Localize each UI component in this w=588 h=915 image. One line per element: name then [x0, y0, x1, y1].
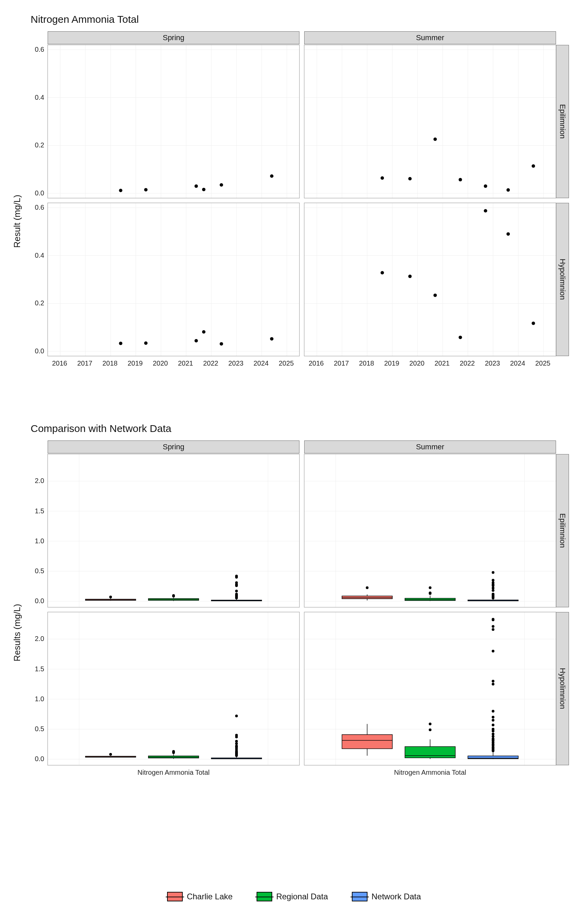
svg-point-18 — [202, 188, 205, 191]
legend-item-regional: Regional Data — [257, 892, 328, 901]
x-tick: 2025 — [535, 359, 551, 367]
svg-point-133 — [366, 586, 368, 589]
svg-point-233 — [492, 735, 494, 738]
y-tick: 0.0 — [31, 597, 44, 605]
y-tick: 1.0 — [31, 695, 44, 703]
svg-point-222 — [492, 628, 494, 631]
svg-point-231 — [492, 729, 494, 732]
x-tick: 2023 — [485, 359, 500, 367]
svg-point-226 — [492, 710, 494, 713]
y-tick: 2.0 — [31, 477, 44, 485]
y-tick: 0.6 — [31, 204, 44, 212]
x-tick: 2019 — [384, 359, 399, 367]
row-strip: Hypolimnion — [556, 203, 569, 356]
svg-point-223 — [492, 650, 494, 653]
svg-point-146 — [492, 579, 494, 582]
panel — [48, 454, 299, 607]
y-tick: 0.5 — [31, 567, 44, 575]
col-strip: Spring — [48, 31, 299, 44]
legend-item-network: Network Data — [352, 892, 421, 901]
svg-point-243 — [492, 750, 494, 752]
panel — [304, 454, 556, 607]
chart2-title: Comparison with Network Data — [31, 423, 571, 434]
x-tick: 2022 — [203, 359, 218, 367]
row-strip: Epilimnion — [556, 45, 569, 198]
legend-label: Charlie Lake — [187, 892, 233, 901]
svg-rect-211 — [405, 747, 455, 758]
x-tick: 2019 — [128, 359, 143, 367]
y-tick: 0.2 — [31, 299, 44, 307]
svg-point-225 — [492, 683, 494, 685]
x-cat: Nitrogen Ammonia Total — [386, 769, 474, 776]
svg-point-58 — [119, 342, 123, 345]
x-tick: 2018 — [359, 359, 374, 367]
y-tick: 1.0 — [31, 537, 44, 545]
y-tick: 0.5 — [31, 725, 44, 733]
svg-point-80 — [408, 275, 412, 278]
y-tick: 1.5 — [31, 665, 44, 673]
svg-point-82 — [459, 336, 462, 339]
chart1-title: Nitrogen Ammonia Total — [31, 14, 571, 25]
y-tick: 2.0 — [31, 635, 44, 643]
svg-point-39 — [459, 178, 462, 181]
svg-point-62 — [220, 342, 223, 346]
svg-point-16 — [144, 188, 148, 191]
svg-point-98 — [109, 596, 112, 598]
svg-point-111 — [235, 581, 238, 584]
x-tick: 2017 — [334, 359, 349, 367]
panel — [304, 612, 556, 765]
panel — [48, 203, 299, 356]
x-cat: Nitrogen Ammonia Total — [129, 769, 218, 776]
chart1-ylabel: Result (mg/L) — [12, 195, 23, 248]
svg-point-60 — [195, 339, 198, 343]
svg-point-36 — [380, 176, 384, 180]
svg-point-41 — [506, 188, 510, 192]
x-tick: 2023 — [228, 359, 244, 367]
svg-point-138 — [429, 586, 431, 589]
svg-point-37 — [408, 177, 412, 180]
x-tick: 2016 — [309, 359, 324, 367]
svg-point-40 — [484, 184, 487, 188]
svg-point-186 — [235, 742, 238, 745]
svg-rect-131 — [342, 596, 393, 599]
svg-point-120 — [235, 597, 238, 600]
panel — [48, 612, 299, 765]
legend: Charlie Lake Regional Data Network Data — [0, 892, 588, 901]
x-tick: 2020 — [409, 359, 425, 367]
row-strip: Hypolimnion — [556, 612, 569, 765]
svg-point-42 — [531, 165, 535, 168]
chart2-grid: Results (mg/L) SpringSummerEpilimnionHyp… — [17, 440, 571, 815]
svg-point-196 — [235, 754, 238, 757]
panel — [304, 45, 556, 198]
svg-point-149 — [492, 584, 494, 587]
svg-point-145 — [492, 571, 494, 574]
x-tick: 2021 — [178, 359, 193, 367]
svg-point-213 — [429, 723, 431, 726]
svg-point-104 — [172, 595, 175, 597]
svg-point-114 — [235, 590, 238, 592]
svg-point-158 — [492, 597, 494, 600]
svg-point-140 — [429, 592, 431, 595]
svg-point-151 — [492, 589, 494, 592]
x-tick: 2020 — [153, 359, 168, 367]
x-tick: 2024 — [510, 359, 525, 367]
svg-point-184 — [235, 736, 238, 738]
legend-item-charlie: Charlie Lake — [167, 892, 233, 901]
charts-page: Nitrogen Ammonia Total Result (mg/L) Spr… — [0, 0, 588, 915]
svg-point-59 — [144, 341, 148, 345]
x-tick: 2022 — [460, 359, 475, 367]
svg-point-150 — [492, 587, 494, 590]
panel — [48, 45, 299, 198]
svg-point-227 — [492, 716, 494, 719]
svg-point-79 — [380, 271, 384, 274]
svg-point-228 — [492, 719, 494, 722]
col-strip: Summer — [304, 31, 556, 44]
y-tick: 0.4 — [31, 94, 44, 102]
svg-point-17 — [195, 184, 198, 188]
svg-point-84 — [506, 232, 510, 236]
svg-point-113 — [235, 575, 238, 577]
legend-label: Network Data — [372, 892, 421, 901]
svg-point-171 — [109, 753, 112, 756]
x-tick: 2016 — [52, 359, 67, 367]
y-tick: 1.5 — [31, 507, 44, 515]
